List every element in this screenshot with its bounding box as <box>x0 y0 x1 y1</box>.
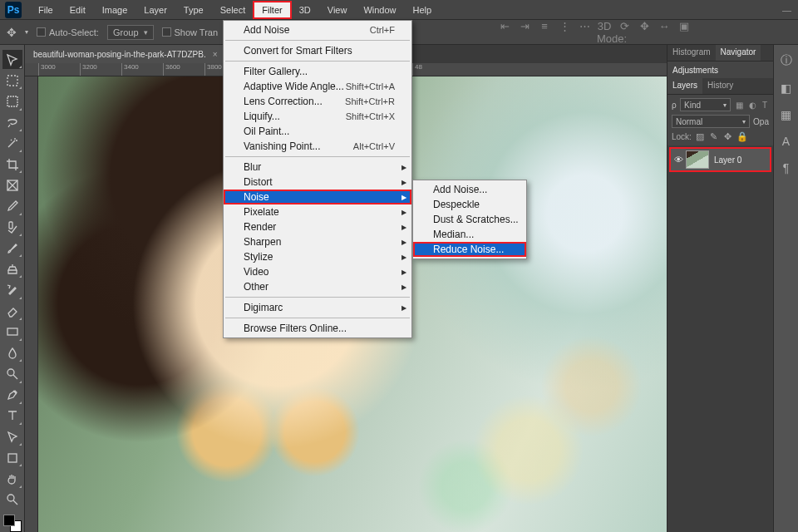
tool-shape[interactable] <box>2 448 22 467</box>
tab-layers[interactable]: Layers <box>667 78 702 94</box>
menu-type[interactable]: Type <box>175 2 212 18</box>
filter-gallery[interactable]: Filter Gallery... <box>224 64 411 79</box>
tool-gradient[interactable] <box>2 323 22 342</box>
lock-paint-icon[interactable]: ✎ <box>708 131 720 142</box>
tool-path-select[interactable] <box>2 427 22 446</box>
tool-eraser[interactable] <box>2 302 22 321</box>
lock-all-icon[interactable]: 🔒 <box>736 131 748 142</box>
menu-view[interactable]: View <box>319 2 356 18</box>
tool-pen[interactable] <box>2 386 22 405</box>
tool-frame[interactable] <box>2 175 22 195</box>
tool-dodge[interactable] <box>2 364 22 383</box>
tool-marquee[interactable] <box>2 91 22 111</box>
filter-liquify[interactable]: Liquify...Shift+Ctrl+X <box>224 109 411 124</box>
color-swatches[interactable] <box>3 515 22 532</box>
tab-navigator[interactable]: Navigator <box>716 45 761 61</box>
filter-adjust-icon[interactable]: ◐ <box>747 101 758 110</box>
filter-noise[interactable]: Noise <box>224 190 411 204</box>
blend-mode-select[interactable]: Normal ▾ <box>672 115 750 128</box>
tool-spot-heal[interactable] <box>2 218 22 237</box>
filter-smart[interactable]: Convert for Smart Filters <box>224 43 411 58</box>
filter-video[interactable]: Video <box>224 264 411 279</box>
menu-filter[interactable]: Filter <box>254 2 290 18</box>
layer-filter-select[interactable]: Kind ▾ <box>680 98 731 111</box>
auto-select-checkbox[interactable]: Auto-Select: <box>37 27 99 37</box>
menu-window[interactable]: Window <box>355 2 404 18</box>
tool-crop[interactable] <box>2 155 22 174</box>
filter-pixelate[interactable]: Pixelate <box>224 204 411 219</box>
filter-other[interactable]: Other <box>224 279 411 294</box>
visibility-icon[interactable]: 👁 <box>671 155 686 165</box>
distribute-icon[interactable]: ⋯ <box>577 20 592 45</box>
minimize-icon[interactable]: ― <box>782 5 791 15</box>
tab-history[interactable]: History <box>702 78 738 94</box>
align-icon[interactable]: ⇤ <box>497 20 512 45</box>
filter-lens[interactable]: Lens Correction...Shift+Ctrl+R <box>224 94 411 109</box>
menu-help[interactable]: Help <box>405 2 441 18</box>
filter-blur[interactable]: Blur <box>224 160 411 175</box>
menu-image[interactable]: Image <box>94 2 136 18</box>
tool-zoom[interactable] <box>2 490 22 510</box>
menu-shortcut: Ctrl+F <box>370 25 395 35</box>
close-icon[interactable]: × <box>213 50 218 59</box>
distribute-icon[interactable]: ⋮ <box>557 20 572 45</box>
tool-type[interactable] <box>2 406 22 426</box>
filter-digimarc[interactable]: Digimarc <box>224 300 411 315</box>
tool-history-brush[interactable] <box>2 280 22 299</box>
tool-brush[interactable] <box>2 239 22 258</box>
move-tool-icon[interactable]: ✥ <box>7 26 17 39</box>
filter-recent[interactable]: Add Noise Ctrl+F <box>224 22 411 37</box>
lock-transparent-icon[interactable]: ▨ <box>694 131 706 142</box>
tab-histogram[interactable]: Histogram <box>667 45 716 61</box>
tool-blur[interactable] <box>2 343 22 362</box>
noise-dust[interactable]: Dust & Scratches... <box>413 212 526 227</box>
tool-hand[interactable] <box>2 469 22 488</box>
layer-name[interactable]: Layer 0 <box>714 155 741 165</box>
noise-add[interactable]: Add Noise... <box>413 182 526 197</box>
app-logo-icon: Ps <box>5 2 22 18</box>
lock-position-icon[interactable]: ✥ <box>722 131 734 142</box>
filter-type-icon[interactable]: T <box>761 101 769 110</box>
noise-despeckle[interactable]: Despeckle <box>413 197 526 212</box>
filter-stylize[interactable]: Stylize <box>224 249 411 264</box>
filter-browse[interactable]: Browse Filters Online... <box>224 321 411 336</box>
info-icon[interactable]: ⓘ <box>781 53 792 68</box>
paragraph-icon[interactable]: ¶ <box>783 161 790 175</box>
align-icon[interactable]: ⇥ <box>517 20 532 45</box>
filter-render[interactable]: Render <box>224 219 411 234</box>
tool-artboard[interactable] <box>2 71 22 90</box>
show-transform-checkbox[interactable]: Show Tran <box>162 27 219 37</box>
dolly-icon[interactable]: ↔ <box>657 20 672 45</box>
filter-wideangle[interactable]: Adaptive Wide Angle...Shift+Ctrl+A <box>224 79 411 94</box>
document-tab[interactable]: beautiful-woman-posing-in-the-park-AT7DZ… <box>25 45 226 63</box>
color-icon[interactable]: ◧ <box>781 81 791 95</box>
chevron-down-icon[interactable]: ▾ <box>25 28 28 36</box>
menu-layer[interactable]: Layer <box>135 2 175 18</box>
menu-3d[interactable]: 3D <box>291 2 319 18</box>
noise-median[interactable]: Median... <box>413 227 526 242</box>
auto-select-target[interactable]: Group ▾ <box>107 25 154 40</box>
filter-vanishing[interactable]: Vanishing Point...Alt+Ctrl+V <box>224 139 411 154</box>
character-icon[interactable]: A <box>782 135 790 148</box>
noise-reduce[interactable]: Reduce Noise... <box>413 242 526 257</box>
filter-pixel-icon[interactable]: ▦ <box>734 101 745 110</box>
swatches-icon[interactable]: ▦ <box>781 108 791 121</box>
tab-adjustments[interactable]: Adjustments <box>667 63 723 77</box>
tool-lasso[interactable] <box>2 113 22 132</box>
tool-move[interactable] <box>2 50 22 69</box>
menu-select[interactable]: Select <box>212 2 254 18</box>
layer-thumbnail[interactable] <box>686 150 709 169</box>
menu-file[interactable]: File <box>30 2 62 18</box>
layer-item[interactable]: 👁 Layer 0 <box>669 147 771 172</box>
pan-icon[interactable]: ✥ <box>637 20 652 45</box>
tool-wand[interactable] <box>2 134 22 153</box>
align-icon[interactable]: ≡ <box>537 20 552 45</box>
filter-distort[interactable]: Distort <box>224 175 411 190</box>
tool-eyedropper[interactable] <box>2 197 22 216</box>
filter-sharpen[interactable]: Sharpen <box>224 234 411 249</box>
menu-edit[interactable]: Edit <box>62 2 94 18</box>
orbit-icon[interactable]: ⟳ <box>617 20 632 45</box>
filter-oilpaint[interactable]: Oil Paint... <box>224 124 411 139</box>
tool-clone[interactable] <box>2 259 22 278</box>
camera-icon[interactable]: ▣ <box>677 20 692 45</box>
